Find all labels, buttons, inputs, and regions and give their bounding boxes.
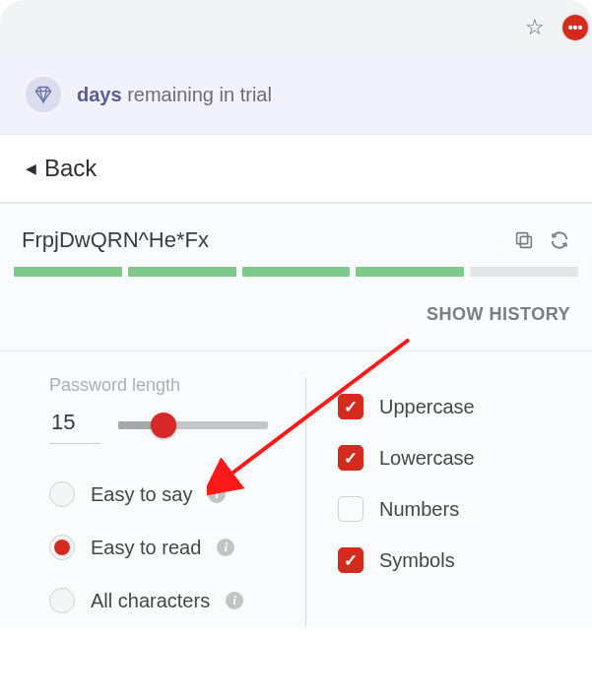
regenerate-button[interactable] <box>549 229 570 251</box>
slider-thumb[interactable] <box>151 413 176 438</box>
copy-icon <box>513 229 535 251</box>
column-divider <box>305 377 306 627</box>
checkbox-icon <box>338 394 363 419</box>
charset-lowercase[interactable]: Lowercase <box>338 432 580 483</box>
bookmark-star-icon[interactable]: ☆ <box>525 15 545 40</box>
mode-label: Easy to read <box>91 537 201 559</box>
options-right-column: Uppercase Lowercase Numbers Symbols <box>316 375 580 627</box>
generator-panel: FrpjDwQRN^He*Fx SHOW HISTORY Passwor <box>0 203 592 627</box>
mode-all-characters[interactable]: All characters i <box>49 574 288 627</box>
mode-easy-to-say[interactable]: Easy to say i <box>49 468 288 521</box>
password-length-input[interactable]: 15 <box>49 406 100 444</box>
mode-easy-to-read[interactable]: Easy to read i <box>49 521 288 574</box>
refresh-icon <box>549 229 570 251</box>
charset-numbers[interactable]: Numbers <box>338 483 580 535</box>
trial-banner: days remaining in trial <box>0 55 592 135</box>
strength-seg <box>356 267 464 277</box>
charset-uppercase[interactable]: Uppercase <box>338 381 580 432</box>
radio-icon <box>49 535 75 560</box>
password-length-label: Password length <box>49 375 288 396</box>
strength-seg <box>470 267 578 277</box>
extension-badge-icon[interactable]: ••• <box>560 13 590 42</box>
strength-seg <box>128 267 236 277</box>
password-row: FrpjDwQRN^He*Fx <box>0 204 592 267</box>
browser-toolbar: ☆ ••• <box>0 0 592 55</box>
diamond-icon <box>26 77 61 112</box>
checkbox-icon <box>338 496 363 522</box>
back-button[interactable]: ◀ Back <box>0 135 592 203</box>
copy-button[interactable] <box>513 229 535 251</box>
back-caret-icon: ◀ <box>26 160 36 176</box>
info-icon[interactable]: i <box>226 592 243 609</box>
options-left-column: Password length 15 Easy to say i Easy to… <box>49 375 305 627</box>
trial-rest: remaining in trial <box>127 84 272 105</box>
show-history-link[interactable]: SHOW HISTORY <box>0 286 592 351</box>
radio-icon <box>49 481 75 507</box>
mode-label: All characters <box>91 590 210 612</box>
checkbox-icon <box>338 547 363 573</box>
info-icon[interactable]: i <box>208 485 226 503</box>
charset-label: Uppercase <box>379 396 475 418</box>
charset-label: Lowercase <box>379 447 475 470</box>
strength-seg <box>242 267 351 277</box>
strength-seg <box>14 267 122 277</box>
back-label: Back <box>44 155 97 182</box>
trial-text: days remaining in trial <box>77 84 272 106</box>
password-length-slider[interactable] <box>118 421 268 429</box>
charset-symbols[interactable]: Symbols <box>338 535 580 586</box>
strength-meter <box>0 267 592 286</box>
svg-rect-0 <box>520 236 531 247</box>
svg-rect-1 <box>517 233 528 244</box>
options-area: Password length 15 Easy to say i Easy to… <box>0 351 592 627</box>
checkbox-icon <box>338 445 363 471</box>
radio-icon <box>49 588 75 613</box>
charset-label: Numbers <box>379 498 459 521</box>
charset-label: Symbols <box>379 549 455 572</box>
mode-label: Easy to say <box>91 483 192 506</box>
generated-password[interactable]: FrpjDwQRN^He*Fx <box>22 227 499 253</box>
password-length-control: 15 <box>49 406 288 444</box>
trial-days: days <box>77 84 122 105</box>
info-icon[interactable]: i <box>217 539 234 556</box>
